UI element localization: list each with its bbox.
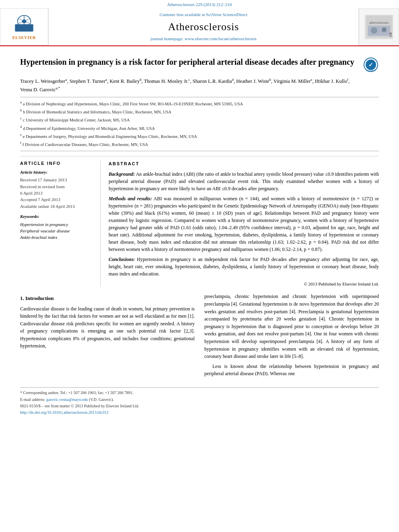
body-two-col: 1. Introduction Cardiovascular disease i… (20, 293, 379, 380)
atherosclerosis-cover-logo: atherosclerosis (365, 15, 393, 39)
article-main-title: Hypertension in pregnancy is a risk fact… (20, 57, 363, 67)
affiliation-f: f f Division of Cardiovascular Diseases,… (20, 140, 379, 148)
conclusions-text: Hypertension in pregnancy is an independ… (109, 257, 379, 277)
elsevier-logo-area: ELSEVIER (0, 8, 48, 45)
doi-link[interactable]: http://dx.doi.org/10.1016/j.atherosclero… (20, 410, 109, 415)
header-main: ELSEVIER Contents lists available at Sci… (0, 8, 399, 45)
journal-homepage: journal homepage: www.elsevier.com/locat… (150, 36, 257, 42)
intro-heading: 1. Introduction (20, 294, 195, 302)
email-note: (V.D. Garovic). (89, 397, 114, 402)
methods-text: ABI was measured in nulliparous women (n… (109, 196, 379, 252)
journal-main-title: Atherosclerosis (168, 20, 239, 34)
available-online: Available online 18 April 2013 (20, 203, 95, 210)
article-info-abstract-section: ARTICLE INFO Article history: Received 1… (20, 156, 379, 287)
journal-header: Atherosclerosis 229 (2013) 212–216 ELSEV… (0, 0, 399, 46)
intro-para1: Cardiovascular disease is the leading ca… (20, 305, 195, 350)
journal-logo-right: atherosclerosis (359, 8, 399, 45)
footer-area: * Corresponding author. Tel.: +1 507 266… (0, 388, 399, 418)
svg-rect-11 (389, 34, 392, 37)
authors-block: Tracey L. Weissgerbera, Stephen T. Turne… (20, 77, 379, 94)
keyword-1: Hypertension in pregnancy (20, 222, 95, 228)
svg-point-5 (22, 19, 27, 23)
revised-date: 6 April 2013 (20, 190, 95, 196)
elsevier-tree-logo (12, 13, 36, 33)
received-date: Received 17 January 2013 (20, 177, 95, 183)
intro-para2: preeclampsia, chronic hypertension and c… (204, 293, 379, 360)
article-section: Hypertension in pregnancy is a risk fact… (0, 46, 399, 288)
svg-text:atherosclerosis: atherosclerosis (369, 21, 389, 25)
affiliation-c: c c University of Mississippi Medical Ce… (20, 116, 379, 123)
page-wrapper: Atherosclerosis 229 (2013) 212–216 ELSEV… (0, 0, 399, 418)
keyword-2: Peripheral vascular disease (20, 228, 95, 234)
sciverse-link-anchor[interactable]: SciVerse ScienceDirect (206, 12, 247, 17)
elsevier-label: ELSEVIER (12, 35, 36, 41)
svg-rect-12 (389, 33, 392, 34)
revised-label: Received in revised form (20, 184, 95, 190)
article-info-col: ARTICLE INFO Article history: Received 1… (20, 160, 101, 287)
homepage-label: journal homepage: (150, 36, 183, 41)
svg-point-9 (371, 27, 377, 34)
crossmark-badge[interactable]: ✓ CrossMark (363, 57, 379, 73)
abstract-conclusions: Conclusions: Hypertension in pregnancy i… (109, 256, 379, 277)
history-label: Article history: (20, 169, 95, 175)
svg-point-10 (382, 27, 387, 32)
affiliation-a: a a Division of Nephrology and Hypertens… (20, 100, 379, 107)
copyright-line: © 2013 Published by Elsevier Ireland Ltd… (109, 281, 379, 288)
intro-para3: Less is known about the relationship bet… (204, 363, 379, 378)
email-link[interactable]: garovic.vesna@mayo.edu (46, 397, 88, 402)
keyword-3: Ankle-brachial index (20, 234, 95, 240)
keywords-label: Keywords: (20, 214, 95, 220)
svg-text:✓: ✓ (368, 62, 373, 68)
section-num: 1. (20, 295, 24, 301)
footnote-star: * Corresponding author. Tel.: +1 507 266… (20, 390, 379, 396)
body-col-right: preeclampsia, chronic hypertension and c… (204, 293, 379, 380)
article-title-block: Hypertension in pregnancy is a risk fact… (20, 53, 379, 73)
background-label: Background: (109, 171, 135, 177)
email-label: E-mail address: (20, 397, 45, 402)
affiliations-block: a a Division of Nephrology and Hypertens… (20, 97, 379, 152)
abstract-background: Background: An ankle-brachial index (ABI… (109, 170, 379, 192)
sciverse-text: Contents lists available at (160, 12, 205, 17)
accepted-date: Accepted 7 April 2013 (20, 197, 95, 203)
journal-cover-image: atherosclerosis (366, 16, 392, 38)
sciverse-link[interactable]: Contents lists available at SciVerse Sci… (160, 12, 247, 18)
homepage-url[interactable]: www.elsevier.com/locate/atherosclerosis (185, 36, 257, 41)
footnote-text: * Corresponding author. Tel.: +1 507 266… (20, 390, 134, 395)
crossmark-icon: ✓ CrossMark (364, 58, 378, 72)
article-info-title: ARTICLE INFO (20, 160, 95, 166)
affiliation-e: e e Departments of Surgery, Physiology a… (20, 132, 379, 140)
body-section: 1. Introduction Cardiovascular disease i… (0, 287, 399, 380)
journal-citation: Atherosclerosis 229 (2013) 212–216 (167, 2, 232, 7)
section-title: Introduction (25, 295, 54, 301)
doi-line[interactable]: http://dx.doi.org/10.1016/j.atherosclero… (20, 410, 379, 415)
issn-line: 0021-9150/$ – see front matter © 2013 Pu… (20, 403, 379, 409)
body-col-left: 1. Introduction Cardiovascular disease i… (20, 293, 195, 380)
conclusions-label: Conclusions: (109, 257, 135, 262)
methods-label: Methods and results: (109, 196, 152, 201)
journal-title-area: Contents lists available at SciVerse Sci… (48, 8, 359, 45)
abstract-col: ABSTRACT Background: An ankle-brachial i… (109, 160, 379, 287)
email-footnote: E-mail address: garovic.vesna@mayo.edu (… (20, 397, 379, 403)
header-top-bar: Atherosclerosis 229 (2013) 212–216 (0, 0, 399, 8)
svg-text:CrossMark: CrossMark (366, 69, 376, 72)
background-text: An ankle-brachial index (ABI) (the ratio… (109, 171, 379, 191)
affiliation-b: b b Division of Biomedical Statistics an… (20, 108, 379, 115)
abstract-methods: Methods and results: ABI was measured in… (109, 195, 379, 253)
affiliation-d: d d Department of Epidemiology, Universi… (20, 124, 379, 131)
abstract-title: ABSTRACT (109, 160, 379, 167)
